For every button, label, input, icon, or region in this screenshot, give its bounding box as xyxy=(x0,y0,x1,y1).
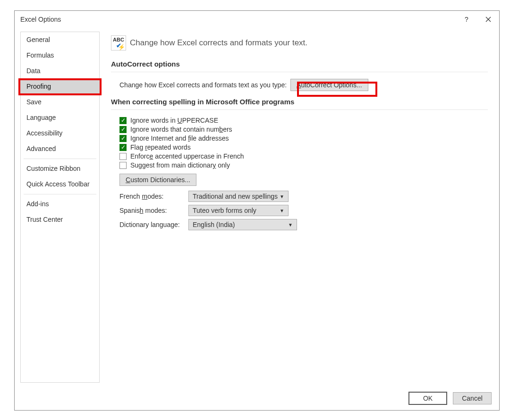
autocorrect-options-button[interactable]: AutoCorrect Options... xyxy=(290,79,368,91)
select-value: Traditional and new spellings xyxy=(193,193,278,200)
checkbox-ignore-uppercase[interactable]: ✓ xyxy=(119,117,127,124)
sidebar-item-label: Trust Center xyxy=(26,216,63,223)
excel-options-dialog: Excel Options ? General Formulas Data Pr… xyxy=(14,10,500,411)
checkbox-label: Ignore Internet and file addresses xyxy=(130,134,229,142)
select-value: English (India) xyxy=(193,221,235,228)
main-panel: ABC ✔ ⚡ Change how Excel corrects and fo… xyxy=(100,28,499,386)
checkbox-ignore-internet[interactable]: ✓ xyxy=(119,135,127,142)
page-heading: Change how Excel corrects and formats yo… xyxy=(130,38,307,48)
custom-dictionaries-button[interactable]: Custom Dictionaries... xyxy=(119,174,196,186)
sidebar-item-label: Save xyxy=(26,98,42,106)
checkbox-flag-repeated[interactable]: ✓ xyxy=(119,144,127,151)
ok-button[interactable]: OK xyxy=(408,392,447,405)
sidebar-item-label: Advanced xyxy=(26,145,56,152)
sidebar: General Formulas Data Proofing Save Lang… xyxy=(20,32,100,383)
sidebar-item-save[interactable]: Save xyxy=(21,94,99,110)
checkbox-french-accented[interactable] xyxy=(119,153,127,160)
sidebar-item-advanced[interactable]: Advanced xyxy=(21,141,99,157)
close-button[interactable] xyxy=(477,11,499,28)
sidebar-item-formulas[interactable]: Formulas xyxy=(21,48,99,63)
select-value: Tuteo verb forms only xyxy=(193,207,256,214)
chevron-down-icon: ▼ xyxy=(280,208,284,213)
section-autocorrect-options: AutoCorrect options xyxy=(111,60,488,68)
sidebar-item-proofing[interactable]: Proofing xyxy=(21,79,99,94)
sidebar-item-label: Accessibility xyxy=(26,129,62,137)
sidebar-item-quick-access-toolbar[interactable]: Quick Access Toolbar xyxy=(21,176,99,192)
spanish-modes-select[interactable]: Tuteo verb forms only ▼ xyxy=(188,205,289,216)
cancel-button[interactable]: Cancel xyxy=(453,392,492,404)
chevron-down-icon: ▼ xyxy=(288,222,293,227)
sidebar-item-accessibility[interactable]: Accessibility xyxy=(21,126,99,141)
help-button[interactable]: ? xyxy=(456,11,477,28)
sidebar-item-label: Formulas xyxy=(26,51,54,59)
dictionary-language-select[interactable]: English (India) ▼ xyxy=(188,219,297,230)
sidebar-item-label: Language xyxy=(26,114,56,121)
checkbox-label: Ignore words that contain numbers xyxy=(130,126,232,133)
french-modes-label: French modes: xyxy=(119,193,188,200)
checkbox-label: Flag repeated words xyxy=(130,143,191,151)
sidebar-item-label: Quick Access Toolbar xyxy=(26,180,90,188)
titlebar: Excel Options ? xyxy=(15,11,499,28)
sidebar-item-customize-ribbon[interactable]: Customize Ribbon xyxy=(21,161,99,176)
checkbox-main-dictionary-only[interactable] xyxy=(119,162,127,169)
dialog-footer: OK Cancel xyxy=(15,386,499,410)
sidebar-item-data[interactable]: Data xyxy=(21,63,99,79)
dictionary-language-label: Dictionary language: xyxy=(119,221,188,228)
sidebar-item-language[interactable]: Language xyxy=(21,110,99,126)
spanish-modes-label: Spanish modes: xyxy=(119,207,188,214)
close-icon xyxy=(485,17,491,22)
sidebar-item-label: General xyxy=(26,36,50,43)
sidebar-item-trust-center[interactable]: Trust Center xyxy=(21,212,99,227)
checkbox-label: Enforce accented uppercase in French xyxy=(130,152,244,160)
sidebar-item-add-ins[interactable]: Add-ins xyxy=(21,196,99,212)
proofing-icon: ABC ✔ ⚡ xyxy=(111,35,126,50)
autocorrect-description: Change how Excel corrects and formats te… xyxy=(119,81,287,89)
window-title: Excel Options xyxy=(20,16,61,23)
sidebar-item-general[interactable]: General xyxy=(21,32,99,48)
sidebar-item-label: Data xyxy=(26,67,41,75)
sidebar-item-label: Customize Ribbon xyxy=(26,165,80,172)
chevron-down-icon: ▼ xyxy=(280,194,284,199)
section-spelling: When correcting spelling in Microsoft Of… xyxy=(111,98,488,106)
french-modes-select[interactable]: Traditional and new spellings ▼ xyxy=(188,191,289,202)
sidebar-item-label: Add-ins xyxy=(26,200,49,208)
sidebar-item-label: Proofing xyxy=(26,83,51,90)
checkbox-label: Suggest from main dictionary only xyxy=(130,161,230,169)
checkbox-label: Ignore words in UPPERCASE xyxy=(130,117,218,124)
checkbox-ignore-numbers[interactable]: ✓ xyxy=(119,126,127,133)
